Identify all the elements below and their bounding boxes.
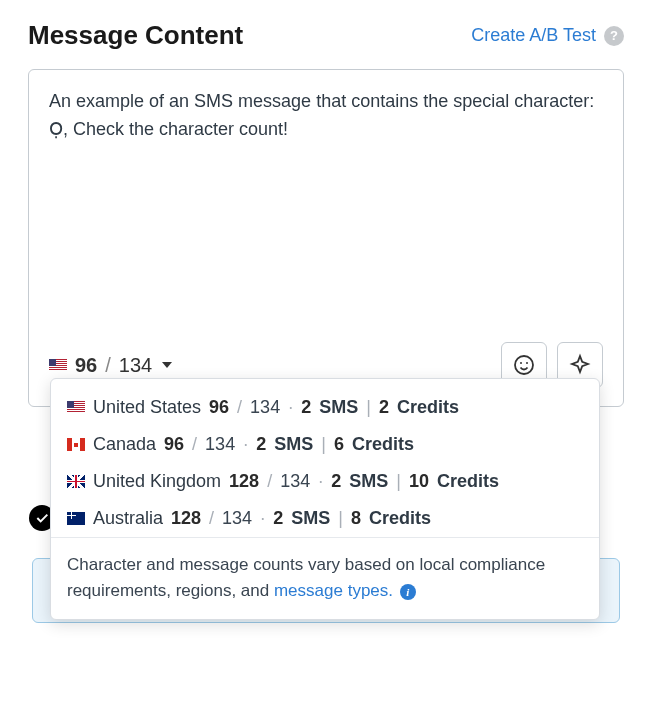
- slash: /: [192, 434, 197, 455]
- slash: /: [267, 471, 272, 492]
- credits-label: Credits: [397, 397, 459, 418]
- message-editor: An example of an SMS message that contai…: [28, 69, 624, 407]
- char-max: 134: [250, 397, 280, 418]
- uk-flag-icon: [67, 475, 85, 488]
- char-count: 128: [229, 471, 259, 492]
- info-icon[interactable]: i: [400, 584, 416, 600]
- dropdown-note: Character and message counts vary based …: [51, 537, 599, 619]
- check-icon: [34, 510, 50, 526]
- sms-count: 2: [273, 508, 283, 529]
- message-types-link[interactable]: message types.: [274, 581, 393, 600]
- country-row-uk[interactable]: United Kingdom 128/134·2SMS|10Credits: [51, 463, 599, 500]
- help-icon[interactable]: ?: [604, 26, 624, 46]
- sms-count: 2: [331, 471, 341, 492]
- char-count: 96: [75, 354, 97, 377]
- char-max: 134: [119, 354, 152, 377]
- sms-label: SMS: [274, 434, 313, 455]
- char-count: 96: [164, 434, 184, 455]
- country-name: Canada: [93, 434, 156, 455]
- dot-separator: ·: [260, 508, 265, 529]
- char-count: 128: [171, 508, 201, 529]
- sms-label: SMS: [349, 471, 388, 492]
- credits-label: Credits: [437, 471, 499, 492]
- dot-separator: ·: [288, 397, 293, 418]
- svg-point-1: [520, 362, 522, 364]
- pipe-separator: |: [338, 508, 343, 529]
- char-max: 134: [280, 471, 310, 492]
- char-count: 96: [209, 397, 229, 418]
- slash: /: [209, 508, 214, 529]
- pipe-separator: |: [366, 397, 371, 418]
- country-name: Australia: [93, 508, 163, 529]
- credits-count: 6: [334, 434, 344, 455]
- country-row-us[interactable]: United States 96/134·2SMS|2Credits: [51, 389, 599, 426]
- credits-count: 8: [351, 508, 361, 529]
- dot-separator: ·: [243, 434, 248, 455]
- dot-separator: ·: [318, 471, 323, 492]
- pipe-separator: |: [396, 471, 401, 492]
- sms-count: 2: [256, 434, 266, 455]
- credits-label: Credits: [369, 508, 431, 529]
- credits-count: 10: [409, 471, 429, 492]
- credits-label: Credits: [352, 434, 414, 455]
- country-row-ca[interactable]: Canada 96/134·2SMS|6Credits: [51, 426, 599, 463]
- svg-point-0: [515, 356, 533, 374]
- us-flag-icon: [49, 359, 67, 372]
- us-flag-icon: [67, 401, 85, 414]
- sms-label: SMS: [319, 397, 358, 418]
- ca-flag-icon: [67, 438, 85, 451]
- slash: /: [237, 397, 242, 418]
- smile-icon: [512, 353, 536, 377]
- credits-count: 2: [379, 397, 389, 418]
- char-max: 134: [222, 508, 252, 529]
- sms-label: SMS: [291, 508, 330, 529]
- chevron-down-icon: [162, 362, 172, 368]
- au-flag-icon: [67, 512, 85, 525]
- sms-count: 2: [301, 397, 311, 418]
- char-max: 134: [205, 434, 235, 455]
- country-counter-dropdown: United States 96/134·2SMS|2CreditsCanada…: [50, 378, 600, 620]
- page-title: Message Content: [28, 20, 243, 51]
- message-textarea[interactable]: An example of an SMS message that contai…: [29, 70, 623, 330]
- pipe-separator: |: [321, 434, 326, 455]
- sparkle-icon: [568, 353, 592, 377]
- country-name: United States: [93, 397, 201, 418]
- country-name: United Kingdom: [93, 471, 221, 492]
- counter-separator: /: [105, 354, 111, 377]
- char-counter-trigger[interactable]: 96 / 134: [49, 354, 172, 377]
- country-row-au[interactable]: Australia 128/134·2SMS|8Credits: [51, 500, 599, 537]
- create-ab-test-link[interactable]: Create A/B Test: [471, 25, 596, 46]
- svg-point-2: [526, 362, 528, 364]
